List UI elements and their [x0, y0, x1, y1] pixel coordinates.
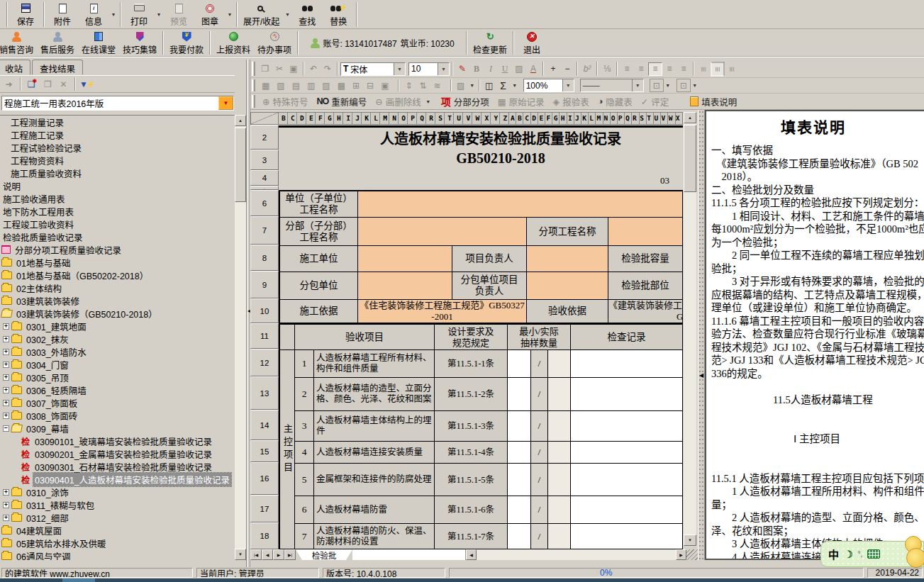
font-name-select[interactable]: T 宋体 ▼ — [340, 62, 406, 76]
check-record-cell[interactable] — [571, 350, 683, 378]
stamp-dropdown-arrow[interactable]: ▼ — [226, 1, 234, 28]
resize-grip[interactable] — [686, 549, 698, 560]
toolbar-handle[interactable] — [252, 62, 255, 75]
tree-folder[interactable]: +0305_吊顶 — [0, 371, 235, 384]
tree-item[interactable]: 说明 — [0, 179, 235, 192]
expand-icon[interactable]: + — [3, 374, 9, 381]
paste-icon[interactable]: ▣ — [286, 62, 301, 76]
tree-folder[interactable]: +0306_轻质隔墙 — [0, 384, 235, 396]
row-header[interactable]: 15 — [250, 440, 279, 462]
stamp-button[interactable]: 图章 — [194, 1, 226, 28]
italic-button[interactable]: I — [484, 62, 498, 76]
check-record-cell[interactable] — [571, 524, 683, 549]
tree-leaf-record[interactable]: 检03090201_金属幕墙安装检验批质量验收记录 — [0, 447, 235, 460]
tree-leaf-record[interactable]: 检03090301_石材幕墙安装检验批质量验收记录 — [0, 460, 235, 473]
copy-form-icon[interactable]: ❐ — [41, 78, 55, 91]
column-letters[interactable]: BCDEFGHIJKLMNOPQRSTUVWXYZ — [279, 112, 509, 125]
tree-folder[interactable]: +0311_裱糊与软包 — [0, 498, 235, 511]
min-sampling-cell[interactable] — [508, 350, 531, 378]
sampling-slash[interactable]: / — [531, 464, 548, 496]
tree-folder[interactable]: +0304_门窗 — [0, 358, 235, 371]
sampling-slash[interactable]: / — [531, 411, 548, 442]
tree-leaf-record-selected[interactable]: 检03090401_人造板材幕墙安装检验批质量验收记录 — [0, 473, 235, 486]
collapse-panel-arrow[interactable]: ◀ — [699, 372, 703, 379]
border-outer-icon[interactable]: ⊡ — [650, 79, 664, 92]
check-record-cell[interactable] — [571, 464, 683, 496]
font-size-select[interactable]: 10 ▼ — [408, 62, 450, 76]
online-class-button[interactable]: 在线课堂 — [78, 30, 119, 56]
tree-item[interactable]: 地下防水工程用表 — [0, 205, 235, 218]
tips-button[interactable]: 技巧集锦 — [119, 30, 160, 56]
align-distribute-icon[interactable]: ≡ — [677, 62, 691, 76]
todo-button[interactable]: ✎ 待办事项 — [254, 30, 295, 56]
row-header[interactable]: 10 — [250, 298, 279, 323]
row-header[interactable]: 11 — [250, 323, 279, 349]
expand-icon[interactable]: + — [3, 515, 9, 521]
min-sampling-cell[interactable] — [508, 496, 531, 524]
size-dropdown-arrow[interactable]: ▼ — [438, 63, 449, 75]
border-inner-dropdown[interactable]: ▼ — [691, 83, 699, 88]
renumber-button[interactable]: NO 重新编号 — [313, 95, 372, 108]
row-header[interactable]: 7 — [250, 216, 279, 245]
exit-button[interactable]: ✕ 退出 — [516, 30, 547, 56]
image-dropdown-arrow[interactable]: ▼ — [468, 83, 477, 88]
actual-sampling-cell[interactable] — [548, 378, 571, 411]
replace-button[interactable]: ⚡ 替换 — [323, 1, 354, 28]
tree-folder[interactable]: +0312_细部 — [0, 511, 235, 524]
underline-button[interactable]: U — [498, 62, 512, 76]
tree-folder[interactable]: 03建筑装饰装修 — [0, 294, 235, 307]
panel-splitter[interactable]: ◀ — [698, 110, 705, 560]
tree-leaf-record[interactable]: 检03090101_玻璃幕墙安装检验批质量验收记录 — [0, 435, 235, 447]
ime-fullhalf-icon[interactable]: ☽ — [844, 549, 853, 560]
tree-item[interactable]: 检验批质量验收记录 — [0, 230, 235, 243]
column-letters-overflow[interactable]: ABCDEFGHIJKLMNOPQRSTUVWX — [509, 112, 683, 125]
table-operations-icons[interactable]: ▦▧▤▥▨▩⊞⊟▣ — [258, 81, 396, 91]
row-header[interactable]: 6 — [250, 190, 279, 216]
info-dropdown-arrow[interactable]: ▼ — [109, 1, 118, 28]
tree-item[interactable]: 工程物资资料 — [0, 154, 235, 167]
superscript-icon[interactable]: b² — [580, 62, 594, 76]
sales-consult-button[interactable]: 销售咨询 — [0, 30, 37, 56]
check-record-cell[interactable] — [571, 411, 683, 442]
min-sampling-cell[interactable] — [508, 378, 531, 411]
tree-scrollbar[interactable]: ▲ ▼ — [235, 115, 246, 560]
after-sales-button[interactable]: 售后服务 — [37, 30, 78, 56]
border-outer-dropdown[interactable]: ▼ — [664, 83, 672, 88]
check-record-cell[interactable] — [571, 442, 683, 464]
ime-punctuation-icon[interactable]: °, — [858, 550, 863, 558]
min-sampling-cell[interactable] — [508, 411, 531, 442]
tree-folder-open[interactable]: −0309_幕墙 — [0, 422, 235, 435]
unit-project-field[interactable] — [358, 191, 683, 218]
expand-icon[interactable]: + — [3, 349, 9, 355]
scroll-left-button[interactable]: ◀ — [466, 549, 477, 560]
font-color-icon[interactable]: A — [526, 62, 540, 76]
tree-folder[interactable]: +0301_建筑地面 — [0, 320, 235, 332]
expand-dropdown-arrow[interactable]: ▼ — [283, 1, 291, 28]
min-sampling-cell[interactable] — [508, 524, 531, 549]
tree-item[interactable]: 分部分项工程质量验收记录 — [0, 243, 235, 256]
expand-icon[interactable]: + — [3, 387, 9, 393]
fraction-icon[interactable]: ⅛ — [600, 62, 614, 76]
expand-icon[interactable]: + — [3, 362, 9, 368]
last-sheet-button[interactable]: ▶| — [284, 549, 296, 560]
expand-icon[interactable]: + — [3, 413, 9, 419]
ime-keyboard-icon[interactable] — [867, 549, 880, 559]
ime-language-indicator[interactable]: 中 — [828, 547, 839, 561]
delete-form-icon[interactable]: ✕ — [57, 78, 70, 91]
sampling-slash[interactable]: / — [531, 350, 548, 378]
template-select[interactable]: 程施工统一用表2016年版 ▼ — [1, 96, 234, 111]
undo-icon[interactable]: ↶ — [306, 62, 321, 76]
row-header[interactable]: 2 — [250, 125, 279, 150]
report-data-button[interactable]: 上报资料 — [213, 30, 254, 56]
tree-folder[interactable]: +0308_饰面砖 — [0, 409, 235, 422]
border-inner-icon[interactable]: ⊡ — [677, 79, 691, 92]
scroll-down-button[interactable]: ▼ — [684, 535, 696, 546]
tree-item[interactable]: 施工验收通用表 — [0, 192, 235, 205]
expand-icon[interactable]: + — [3, 323, 9, 330]
tree-folder[interactable]: +0302_抹灰 — [0, 332, 235, 345]
pay-button[interactable]: ¥ 我要付款 — [166, 30, 207, 56]
acceptance-basis-value[interactable]: 《建筑装饰装修工程质量验收标准》 GB50210-2018 — [608, 300, 683, 323]
sum-icon[interactable]: Σ — [496, 79, 511, 92]
collapse-icon[interactable]: − — [3, 425, 9, 432]
expand-icon[interactable]: + — [3, 502, 9, 508]
